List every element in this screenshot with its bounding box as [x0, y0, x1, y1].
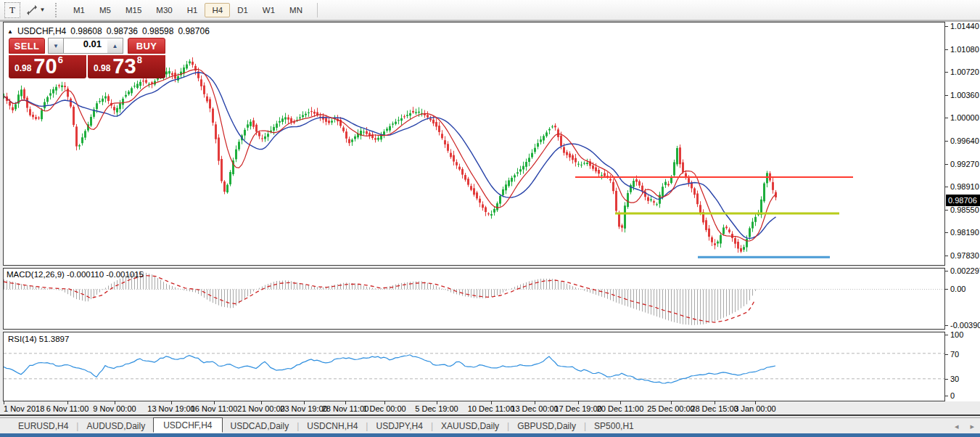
timeframe-button-m30[interactable]: M30: [149, 3, 179, 17]
toolbar-separator: [317, 3, 318, 17]
chart-tabs: EURUSD,H4|AUDUSD,DailyUSDCHF,H4USDCAD,Da…: [10, 420, 642, 433]
rsi-label: RSI(14) 51.3897: [8, 335, 69, 343]
timeframe-button-h4[interactable]: H4: [205, 3, 230, 17]
window-bottom-edge: [0, 433, 980, 437]
axis-tick: [945, 187, 948, 187]
date-label: 13 Dec 00:00: [511, 404, 558, 413]
lot-increase-button[interactable]: ▲: [107, 38, 123, 54]
ohlc-close: 0.98706: [178, 26, 209, 36]
buy-price-pip: 8: [137, 54, 142, 75]
tab-sp500-h1[interactable]: SP500,H1: [586, 420, 642, 433]
macd-axis-label: 0.00: [950, 284, 965, 294]
rsi-axis-label: 100: [950, 330, 963, 340]
ohlc-open: 0.98608: [70, 26, 102, 36]
toolbar-grip[interactable]: [55, 3, 59, 17]
price-axis-label: 0.99270: [950, 159, 979, 169]
timeframe-button-d1[interactable]: D1: [230, 3, 255, 17]
lot-size-input[interactable]: 0.01: [64, 38, 107, 54]
chart-header: ▲ USDCHF,H4 0.98608 0.98736 0.98598 0.98…: [7, 26, 210, 36]
price-axis-label: 0.99640: [950, 136, 979, 146]
sell-price-pip: 6: [58, 54, 63, 75]
price-axis-label: 0.98550: [950, 205, 979, 215]
tab-eurusd-h4[interactable]: EURUSD,H4: [10, 420, 76, 433]
axis-tick: [945, 354, 948, 355]
date-label: 23 Nov 19:00: [280, 404, 327, 413]
macd-chart[interactable]: [4, 269, 944, 329]
timeframe-button-m15[interactable]: M15: [118, 3, 149, 17]
buy-button[interactable]: BUY: [128, 38, 165, 54]
axis-tick: [945, 335, 948, 335]
price-axis-label: 1.01080: [950, 44, 979, 54]
axis-tick: [945, 49, 948, 50]
date-label: 1 Nov 2018: [4, 404, 44, 413]
spinner-down-icon: ▼: [53, 43, 59, 49]
timeframe-button-mn[interactable]: MN: [282, 3, 310, 17]
axis-tick: [945, 379, 948, 380]
buy-price-main: 73: [112, 57, 136, 75]
sell-price-display[interactable]: 0.98 70 6: [9, 55, 86, 78]
axis-tick: [945, 26, 948, 27]
timeframe-button-m1[interactable]: M1: [66, 3, 92, 17]
tab-usdchf-h4[interactable]: USDCHF,H4: [153, 417, 222, 433]
text-tool-button[interactable]: T: [4, 2, 20, 18]
axis-tick: [945, 118, 948, 118]
chart-title: USDCHF,H4: [17, 26, 66, 36]
tab-audusd-daily[interactable]: AUDUSD,Daily: [78, 420, 153, 433]
tab-scroll-left-icon[interactable]: ◂: [955, 422, 959, 431]
toolbar: T ▼ M1M5M15M30H1H4D1W1MN: [0, 0, 980, 20]
timeframe-button-h1[interactable]: H1: [180, 3, 205, 17]
buy-price-prefix: 0.98: [94, 63, 110, 75]
price-axis-label: 1.00360: [950, 90, 979, 100]
axis-tick: [945, 95, 948, 96]
lot-decrease-button[interactable]: ▼: [48, 38, 64, 54]
date-label: 13 Nov 19:00: [147, 404, 194, 413]
arrows-tool-button[interactable]: ▼: [23, 2, 48, 18]
macd-indicator-panel[interactable]: [3, 268, 945, 330]
axis-tick: [945, 396, 948, 396]
tab-scroll-right-icon[interactable]: ▸: [970, 422, 974, 431]
price-axis[interactable]: 0.98706 1.014401.010801.007201.003601.00…: [945, 22, 980, 401]
date-label: 25 Dec 00:00: [647, 404, 694, 413]
date-label: 28 Dec 15:00: [691, 404, 738, 413]
sell-price-prefix: 0.98: [15, 63, 31, 75]
timeframe-button-w1[interactable]: W1: [255, 3, 282, 17]
buy-price-display[interactable]: 0.98 73 8: [88, 55, 165, 78]
axis-tick: [945, 325, 948, 326]
chart-tab-bar: EURUSD,H4|AUDUSD,DailyUSDCHF,H4USDCAD,Da…: [0, 417, 980, 433]
chevron-down-icon: ▼: [40, 7, 46, 13]
timeframe-button-m5[interactable]: M5: [92, 3, 118, 17]
axis-tick: [945, 72, 948, 73]
tab-scroll-controls: ◂ ▸: [955, 418, 974, 434]
date-label: 28 Nov 11:00: [322, 404, 369, 413]
axis-tick: [945, 141, 948, 142]
sell-button[interactable]: SELL: [9, 38, 45, 54]
price-axis-label: 0.98910: [950, 181, 979, 192]
rsi-chart[interactable]: [4, 332, 944, 401]
price-axis-label: 1.00720: [950, 67, 979, 77]
tab-usdcnh-h4[interactable]: USDCNH,H4: [299, 420, 366, 433]
date-label: 1 Dec 00:00: [363, 404, 405, 413]
date-label: 17 Dec 19:00: [554, 404, 601, 413]
date-label: 3 Jan 00:00: [734, 404, 776, 413]
tab-xauusd-daily[interactable]: XAUUSD,Daily: [433, 420, 507, 433]
mt4-window: T ▼ M1M5M15M30H1H4D1W1MN ▲ USDCHF,H4 0.9…: [0, 0, 980, 437]
price-axis-label: 1.00000: [950, 113, 979, 123]
date-label: 10 Dec 11:00: [468, 404, 515, 413]
one-click-trade-panel: SELL ▼ 0.01 ▲ BUY 0.98 70 6 0.98 73 8: [9, 38, 165, 78]
collapse-arrow-icon[interactable]: ▲: [7, 28, 13, 35]
tab-gbpusd-daily[interactable]: GBPUSD,Daily: [509, 420, 584, 433]
tab-usdjpy-h4[interactable]: USDJPY,H4: [368, 420, 430, 433]
price-axis-label: 0.97830: [950, 250, 979, 261]
axis-tick: [945, 232, 948, 233]
axis-tick: [945, 289, 948, 290]
date-label: 5 Dec 19:00: [415, 404, 458, 413]
ohlc-low: 0.98598: [142, 26, 173, 36]
axis-tick: [945, 271, 948, 271]
rsi-indicator-panel[interactable]: [3, 332, 945, 401]
arrows-tool-icon: [26, 4, 38, 16]
ohlc-high: 0.98736: [107, 26, 138, 36]
time-axis[interactable]: 1 Nov 20186 Nov 11:009 Nov 00:0013 Nov 1…: [3, 401, 945, 414]
tab-usdcad-daily[interactable]: USDCAD,Daily: [223, 420, 297, 433]
axis-tick: [945, 210, 948, 211]
macd-axis-label: -0.003904: [950, 320, 980, 330]
